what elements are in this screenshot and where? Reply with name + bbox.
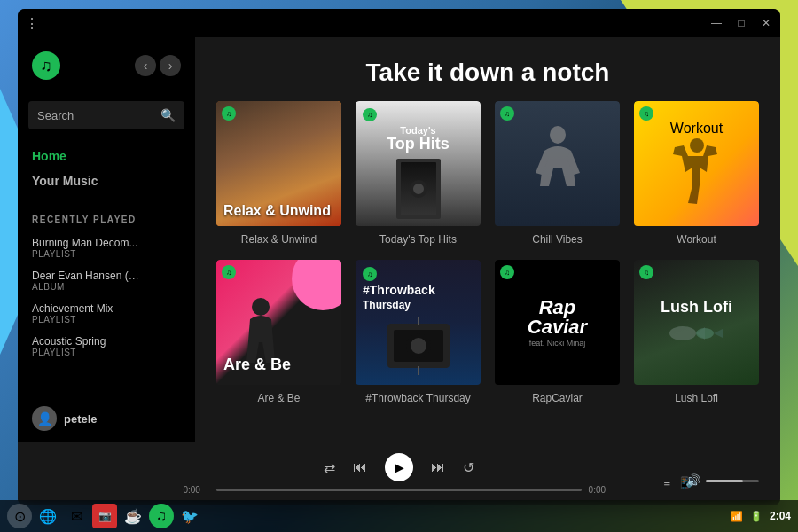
user-profile[interactable]: 👤 petele: [18, 395, 195, 442]
card-label: Workout: [634, 233, 759, 246]
minimize-button[interactable]: —: [709, 16, 724, 30]
forward-button[interactable]: ›: [160, 55, 181, 76]
cards-row-2: ♫ Are & Be Are & Be ♫: [195, 260, 780, 419]
previous-button[interactable]: ⏮: [353, 459, 367, 475]
taskbar-spotify[interactable]: ♫: [149, 504, 174, 528]
repeat-button[interactable]: ↺: [463, 459, 474, 476]
spotify-badge-icon: ♫: [222, 106, 236, 121]
nav-arrows: ‹ ›: [135, 55, 181, 76]
taskbar-right: 📶 🔋 2:04: [731, 510, 791, 522]
taskbar-time: 2:04: [770, 510, 791, 522]
svg-point-1: [690, 138, 704, 153]
card-are-and-be[interactable]: ♫ Are & Be Are & Be: [216, 260, 341, 404]
spotify-badge-icon: ♫: [639, 106, 653, 121]
player-bar: ⇄ ⏮ ▶ ⏭ ↺ 0:00 0:00 ≡ 📱 🔊: [18, 442, 780, 505]
taskbar-twitter[interactable]: 🐦: [177, 504, 202, 528]
workout-person-silhouette: [666, 137, 728, 207]
search-bar[interactable]: Search 🔍: [28, 101, 184, 129]
card-label: Today's Top Hits: [356, 233, 481, 246]
play-button[interactable]: ▶: [385, 453, 413, 481]
card-rapcaviar[interactable]: ♫ RapCaviar feat. Nicki Minaj RapCaviar: [495, 260, 620, 404]
taskbar-starbucks[interactable]: ☕: [121, 504, 145, 528]
fish-illustration: [665, 320, 727, 347]
card-image-workout: ♫ Workout: [634, 101, 759, 226]
card-image-arebe: ♫ Are & Be: [216, 260, 341, 385]
player-controls: ⇄ ⏮ ▶ ⏭ ↺: [324, 453, 474, 481]
close-button[interactable]: ✕: [759, 16, 773, 30]
card-image-lushlofi: ♫ Lush Lofi: [634, 260, 759, 385]
rapcaviar-feat: feat. Nicki Minaj: [529, 339, 586, 348]
arebe-overlay-text: Are & Be: [223, 356, 291, 374]
time-total: 0:00: [589, 485, 615, 495]
next-button[interactable]: ⏭: [431, 459, 445, 475]
username: petele: [64, 412, 98, 426]
card-label: Chill Vibes: [495, 233, 620, 246]
window-controls: — □ ✕: [709, 16, 773, 30]
taskbar-chrome[interactable]: 🌐: [35, 504, 60, 528]
svg-marker-6: [714, 329, 723, 338]
taskbar-apps: ⊙ 🌐 ✉ 📷 ☕ ♫ 🐦: [7, 504, 202, 528]
recently-played-list: Burning Man Decom... PLAYLIST Dear Evan …: [18, 231, 195, 395]
sidebar-header: ♫ ‹ ›: [18, 51, 195, 94]
queue-icon[interactable]: ≡: [663, 476, 670, 489]
spotify-logo[interactable]: ♫: [32, 51, 60, 80]
list-item[interactable]: Dear Evan Hansen (… ALBUM: [18, 264, 195, 297]
main-content: Take it down a notch ♫ Relax & Unwind Re…: [195, 37, 780, 442]
avatar: 👤: [32, 406, 57, 431]
maximize-button[interactable]: □: [734, 16, 748, 30]
taskbar-gmail[interactable]: ✉: [64, 504, 89, 528]
playlist-title: Dear Evan Hansen (…: [32, 270, 181, 282]
back-button[interactable]: ‹: [135, 55, 156, 76]
sidebar-item-your-music[interactable]: Your Music: [32, 168, 181, 193]
taskbar-camera[interactable]: 📷: [92, 504, 117, 528]
volume-icon: 🔊: [685, 473, 700, 488]
taskbar-launcher[interactable]: ⊙: [7, 504, 32, 528]
progress-bar-row: 0:00 0:00: [183, 485, 614, 495]
card-chill-vibes[interactable]: ♫ Chill Vibes: [495, 101, 620, 246]
app-body: ♫ ‹ › Search 🔍 Home Your Music RECENTLY …: [18, 37, 780, 442]
throwback-hashtag: #Throwback: [363, 283, 435, 297]
svg-point-3: [669, 326, 696, 340]
spotify-badge-icon: ♫: [500, 265, 514, 279]
cards-row-1: ♫ Relax & Unwind Relax & Unwind ♫ Today'…: [195, 101, 780, 260]
playlist-type: PLAYLIST: [32, 315, 181, 325]
card-label: Relax & Unwind: [216, 233, 341, 246]
spotify-badge-icon: ♫: [363, 267, 377, 281]
workout-overlay-text: Workout: [670, 121, 723, 137]
volume-bar[interactable]: [706, 480, 759, 482]
rapcaviar-text: RapCaviar: [528, 298, 587, 337]
window-menu-icon[interactable]: ⋮: [25, 15, 41, 32]
card-image-relax: ♫ Relax & Unwind: [216, 101, 341, 226]
lushlofi-text: Lush Lofi: [661, 298, 732, 317]
list-item[interactable]: Burning Man Decom... PLAYLIST: [18, 231, 195, 264]
list-item[interactable]: Acoustic Spring PLAYLIST: [18, 330, 195, 363]
progress-track[interactable]: [216, 489, 581, 491]
search-label: Search: [37, 109, 74, 122]
playlist-title: Achievement Mix: [32, 302, 181, 315]
page-title: Take it down a notch: [216, 59, 759, 87]
recently-played-label: RECENTLY PLAYED: [32, 215, 181, 224]
content-header: Take it down a notch: [195, 37, 780, 101]
playlist-type: ALBUM: [32, 282, 181, 292]
playlist-title: Acoustic Spring: [32, 335, 181, 348]
shuffle-button[interactable]: ⇄: [324, 459, 335, 476]
playlist-type: PLAYLIST: [32, 348, 181, 357]
card-label: Lush Lofi: [634, 392, 759, 404]
sidebar: ♫ ‹ › Search 🔍 Home Your Music RECENTLY …: [18, 37, 195, 442]
volume-fill: [706, 480, 743, 482]
throwback-day: Thursday: [363, 299, 411, 311]
card-label: #Throwback Thursday: [356, 392, 481, 404]
svg-point-2: [252, 298, 270, 316]
card-label: RapCaviar: [495, 392, 620, 404]
taskbar: ⊙ 🌐 ✉ 📷 ☕ ♫ 🐦 📶 🔋 2:04: [0, 500, 798, 532]
sidebar-item-home[interactable]: Home: [32, 144, 181, 168]
svg-point-5: [696, 328, 714, 339]
spotify-badge-icon: ♫: [639, 265, 653, 279]
sidebar-nav: Home Your Music: [18, 137, 195, 200]
card-workout[interactable]: ♫ Workout Workout: [634, 101, 759, 246]
card-top-hits[interactable]: ♫ Today's Top Hits Today's Top Hits: [356, 101, 481, 246]
card-lush-lofi[interactable]: ♫ Lush Lofi: [634, 260, 759, 404]
list-item[interactable]: Achievement Mix PLAYLIST: [18, 297, 195, 330]
card-throwback[interactable]: ♫ #Throwback Thursday: [356, 260, 481, 404]
card-relax-unwind[interactable]: ♫ Relax & Unwind Relax & Unwind: [216, 101, 341, 246]
